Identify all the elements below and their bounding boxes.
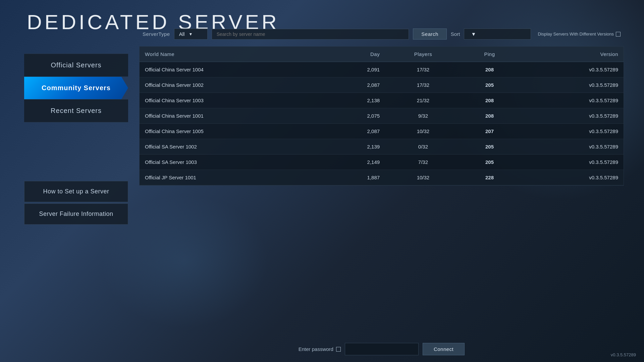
- cell-world-name: Official SA Server 1002: [140, 139, 323, 155]
- password-input[interactable]: [345, 343, 419, 355]
- cell-world-name: Official China Server 1003: [140, 93, 323, 108]
- version-label: v0.3.5.57289: [611, 352, 636, 357]
- cell-ping: 205: [461, 155, 518, 170]
- col-version: Version: [518, 47, 624, 62]
- cell-version: v0.3.5.57289: [518, 62, 624, 77]
- cell-ping: 205: [461, 139, 518, 155]
- table-header: World Name Day Players Ping Version: [140, 47, 624, 62]
- password-label-text: Enter password: [299, 346, 333, 352]
- cell-version: v0.3.5.57289: [518, 139, 624, 155]
- cell-day: 2,138: [323, 93, 385, 108]
- how-to-setup-button[interactable]: How to Set up a Server: [24, 181, 128, 202]
- sidebar-bottom: How to Set up a Server Server Failure In…: [24, 181, 128, 225]
- connect-button[interactable]: Connect: [423, 343, 465, 355]
- server-failure-button[interactable]: Server Failure Information: [24, 203, 128, 225]
- cell-day: 2,139: [323, 139, 385, 155]
- server-table-container: World Name Day Players Ping Version Offi…: [139, 46, 624, 186]
- sidebar-item-recent-servers[interactable]: Recent Servers: [24, 99, 128, 122]
- table-row[interactable]: Official SA Server 1002 2,139 0/32 205 v…: [140, 139, 624, 155]
- cell-day: 1,887: [323, 170, 385, 185]
- cell-world-name: Official China Server 1004: [140, 62, 323, 77]
- cell-players: 17/32: [385, 62, 461, 77]
- col-world-name: World Name: [140, 47, 323, 62]
- cell-day: 2,087: [323, 124, 385, 139]
- display-diff-versions-checkbox[interactable]: [616, 32, 621, 37]
- cell-world-name: Official China Server 1001: [140, 108, 323, 124]
- password-label: Enter password: [299, 346, 341, 352]
- display-diff-versions-text: Display Servers With Different Versions: [538, 32, 614, 37]
- table-row[interactable]: Official JP Server 1001 1,887 10/32 228 …: [140, 170, 624, 185]
- cell-ping: 205: [461, 77, 518, 93]
- cell-players: 7/32: [385, 155, 461, 170]
- sidebar: Official Servers Community Servers Recen…: [24, 54, 128, 122]
- col-players: Players: [385, 47, 461, 62]
- cell-world-name: Official China Server 1002: [140, 77, 323, 93]
- server-type-select[interactable]: All ▼: [174, 28, 208, 40]
- table-row[interactable]: Official China Server 1004 2,091 17/32 2…: [140, 62, 624, 77]
- cell-version: v0.3.5.57289: [518, 93, 624, 108]
- cell-ping: 207: [461, 124, 518, 139]
- sidebar-item-community-servers[interactable]: Community Servers: [24, 77, 128, 99]
- cell-world-name: Official JP Server 1001: [140, 170, 323, 185]
- cell-ping: 208: [461, 62, 518, 77]
- display-diff-versions-label[interactable]: Display Servers With Different Versions: [538, 32, 621, 37]
- sort-label: Sort: [451, 31, 460, 37]
- filter-bar: ServerType All ▼ Search Sort ▼ Display S…: [139, 28, 624, 40]
- cell-day: 2,091: [323, 62, 385, 77]
- cell-version: v0.3.5.57289: [518, 77, 624, 93]
- password-checkbox[interactable]: [336, 347, 341, 352]
- cell-version: v0.3.5.57289: [518, 170, 624, 185]
- cell-version: v0.3.5.57289: [518, 108, 624, 124]
- sidebar-item-official-servers[interactable]: Official Servers: [24, 54, 128, 77]
- col-ping: Ping: [461, 47, 518, 62]
- cell-version: v0.3.5.57289: [518, 155, 624, 170]
- cell-ping: 208: [461, 108, 518, 124]
- col-day: Day: [323, 47, 385, 62]
- cell-world-name: Official SA Server 1003: [140, 155, 323, 170]
- cell-players: 9/32: [385, 108, 461, 124]
- server-type-label: ServerType: [143, 31, 170, 37]
- cell-players: 10/32: [385, 170, 461, 185]
- bottom-bar: Enter password Connect: [139, 343, 624, 355]
- table-row[interactable]: Official China Server 1003 2,138 21/32 2…: [140, 93, 624, 108]
- server-table: World Name Day Players Ping Version Offi…: [140, 47, 624, 185]
- cell-day: 2,087: [323, 77, 385, 93]
- search-button[interactable]: Search: [413, 28, 447, 40]
- cell-day: 2,149: [323, 155, 385, 170]
- cell-players: 0/32: [385, 139, 461, 155]
- cell-players: 17/32: [385, 77, 461, 93]
- table-row[interactable]: Official China Server 1005 2,087 10/32 2…: [140, 124, 624, 139]
- table-row[interactable]: Official China Server 1002 2,087 17/32 2…: [140, 77, 624, 93]
- cell-world-name: Official China Server 1005: [140, 124, 323, 139]
- sort-select[interactable]: ▼: [464, 28, 531, 40]
- table-row[interactable]: Official SA Server 1003 2,149 7/32 205 v…: [140, 155, 624, 170]
- cell-players: 21/32: [385, 93, 461, 108]
- server-table-body: Official China Server 1004 2,091 17/32 2…: [140, 62, 624, 185]
- cell-ping: 228: [461, 170, 518, 185]
- sort-chevron-down-icon: ▼: [471, 31, 476, 37]
- main-panel: ServerType All ▼ Search Sort ▼ Display S…: [139, 28, 624, 335]
- server-type-value: All: [179, 31, 185, 37]
- cell-day: 2,075: [323, 108, 385, 124]
- table-row[interactable]: Official China Server 1001 2,075 9/32 20…: [140, 108, 624, 124]
- cell-ping: 208: [461, 93, 518, 108]
- cell-version: v0.3.5.57289: [518, 124, 624, 139]
- cell-players: 10/32: [385, 124, 461, 139]
- search-input[interactable]: [212, 29, 409, 40]
- chevron-down-icon: ▼: [189, 32, 193, 37]
